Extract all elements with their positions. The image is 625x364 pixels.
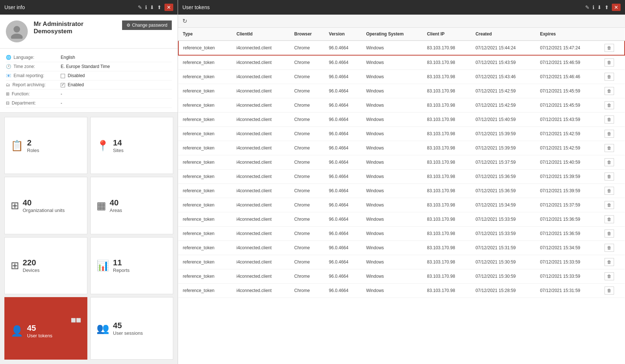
stat-card-org-units[interactable]: ⊞ 40 Organizational units (4, 177, 87, 234)
cell-7: 07/12/2021 15:39:59 (535, 184, 600, 198)
delete-token-button[interactable]: 🗑 (605, 158, 614, 166)
cell-delete: 🗑 (600, 113, 625, 127)
cell-4: Windows (362, 55, 423, 70)
table-row[interactable]: reference_tokeni4connected.clientChrome9… (178, 255, 625, 269)
cell-4: Windows (362, 127, 423, 141)
delete-token-button[interactable]: 🗑 (605, 87, 614, 95)
delete-token-button[interactable]: 🗑 (605, 258, 614, 266)
close-icon[interactable]: ✕ (164, 4, 173, 11)
delete-token-button[interactable]: 🗑 (605, 187, 614, 195)
table-row[interactable]: reference_tokeni4connected.clientChrome9… (178, 141, 625, 155)
delete-token-button[interactable]: 🗑 (605, 287, 614, 295)
cell-7: 07/12/2021 15:36:59 (535, 227, 600, 241)
cell-delete: 🗑 (600, 98, 625, 113)
edit-icon[interactable]: ✎ (138, 4, 142, 10)
cell-5: 83.103.170.98 (423, 198, 471, 212)
table-row[interactable]: reference_tokeni4connected.clientChrome9… (178, 269, 625, 284)
areas-stat: 40 Areas (110, 198, 122, 213)
delete-token-button[interactable]: 🗑 (605, 201, 614, 209)
table-row[interactable]: reference_tokeni4connected.clientChrome9… (178, 241, 625, 255)
delete-token-button[interactable]: 🗑 (605, 101, 614, 109)
delete-token-button[interactable]: 🗑 (605, 172, 614, 181)
info-icon[interactable]: ℹ (592, 4, 594, 10)
stat-card-reports[interactable]: 📊 11 Reports (90, 237, 173, 294)
avatar (6, 20, 28, 42)
close-icon[interactable]: ✕ (612, 4, 621, 11)
table-row[interactable]: reference_tokeni4connected.clientChrome9… (178, 84, 625, 98)
cell-2: Chrome (290, 70, 325, 84)
cell-1: i4connected.client (232, 113, 290, 127)
delete-token-button[interactable]: 🗑 (605, 272, 614, 280)
table-row[interactable]: reference_tokeni4connected.clientChrome9… (178, 170, 625, 184)
info-icon[interactable]: ℹ (145, 4, 147, 10)
language-icon: 🌐 (6, 55, 11, 60)
right-panel: User tokens ✎ ℹ ⬇ ⬆ ✕ ↻ Type ClientId Br… (178, 0, 625, 364)
table-row[interactable]: reference_tokeni4connected.clientChrome9… (178, 212, 625, 227)
delete-token-button[interactable]: 🗑 (605, 144, 614, 152)
stat-card-sites[interactable]: 📍 14 Sites (90, 117, 173, 174)
stat-card-areas[interactable]: ▦ 40 Areas (90, 177, 173, 234)
reports-stat: 11 Reports (113, 258, 130, 273)
cell-6: 07/12/2021 15:39:59 (471, 127, 535, 141)
refresh-button[interactable]: ↻ (182, 18, 187, 24)
cell-1: i4connected.client (232, 198, 290, 212)
archive-label: 🗂 Report archiving: (6, 82, 61, 87)
edit-icon[interactable]: ✎ (585, 4, 590, 10)
stat-card-devices[interactable]: ⊞ 220 Devices (4, 237, 87, 294)
download-icon[interactable]: ⬇ (597, 4, 602, 10)
cell-6: 07/12/2021 15:30:59 (471, 269, 535, 284)
function-icon: ⊞ (6, 91, 10, 96)
delete-token-button[interactable]: 🗑 (605, 44, 614, 52)
cell-5: 83.103.170.98 (423, 269, 471, 284)
table-row[interactable]: reference_tokeni4connected.clientChrome9… (178, 284, 625, 298)
cell-2: Chrome (290, 198, 325, 212)
table-row[interactable]: reference_tokeni4connected.clientChrome9… (178, 98, 625, 113)
cell-4: Windows (362, 41, 423, 55)
org-units-count: 40 (23, 198, 65, 208)
delete-token-button[interactable]: 🗑 (605, 215, 614, 223)
cell-2: Chrome (290, 84, 325, 98)
archive-value: Enabled (61, 82, 84, 87)
cell-0: reference_token (178, 284, 232, 298)
stat-card-user-sessions[interactable]: 👥 45 User sessions (90, 297, 173, 360)
delete-token-button[interactable]: 🗑 (605, 244, 614, 252)
upload-icon[interactable]: ⬆ (157, 4, 162, 10)
table-row[interactable]: reference_tokeni4connected.clientChrome9… (178, 127, 625, 141)
delete-token-button[interactable]: 🗑 (605, 115, 614, 124)
upload-icon[interactable]: ⬆ (605, 4, 609, 10)
left-panel-header: User info ✎ ℹ ⬇ ⬆ ✕ (0, 0, 178, 15)
cell-4: Windows (362, 284, 423, 298)
cell-1: i4connected.client (232, 127, 290, 141)
cell-5: 83.103.170.98 (423, 241, 471, 255)
sites-count: 14 (113, 138, 124, 148)
table-row[interactable]: reference_tokeni4connected.clientChrome9… (178, 227, 625, 241)
stat-card-user-tokens[interactable]: ⬜⬜ 👤 45 User tokens (4, 297, 87, 360)
cell-3: 96.0.4664 (325, 141, 362, 155)
cell-3: 96.0.4664 (325, 184, 362, 198)
table-row[interactable]: reference_tokeni4connected.clientChrome9… (178, 70, 625, 84)
cell-delete: 🗑 (600, 170, 625, 184)
cell-3: 96.0.4664 (325, 284, 362, 298)
table-row[interactable]: reference_tokeni4connected.clientChrome9… (178, 155, 625, 170)
delete-token-button[interactable]: 🗑 (605, 58, 614, 67)
cell-4: Windows (362, 212, 423, 227)
delete-token-button[interactable]: 🗑 (605, 230, 614, 238)
cell-1: i4connected.client (232, 155, 290, 170)
cell-delete: 🗑 (600, 284, 625, 298)
delete-token-button[interactable]: 🗑 (605, 130, 614, 138)
table-row[interactable]: reference_tokeni4connected.clientChrome9… (178, 55, 625, 70)
table-row[interactable]: reference_tokeni4connected.clientChrome9… (178, 113, 625, 127)
stat-card-roles[interactable]: 📋 2 Roles (4, 117, 87, 174)
cell-2: Chrome (290, 98, 325, 113)
table-row[interactable]: reference_tokeni4connected.clientChrome9… (178, 198, 625, 212)
cell-5: 83.103.170.98 (423, 141, 471, 155)
cell-1: i4connected.client (232, 184, 290, 198)
toolbar: ↻ (178, 15, 625, 28)
delete-token-button[interactable]: 🗑 (605, 73, 614, 81)
table-row[interactable]: reference_tokeni4connected.clientChrome9… (178, 184, 625, 198)
right-panel-header-icons: ✎ ℹ ⬇ ⬆ ✕ (585, 4, 621, 11)
change-password-button[interactable]: ⚙ Change password (122, 20, 172, 30)
download-icon[interactable]: ⬇ (150, 4, 154, 10)
detail-row-function: ⊞ Function: - (6, 90, 172, 99)
table-row[interactable]: reference_tokeni4connected.clientChrome9… (178, 41, 625, 55)
